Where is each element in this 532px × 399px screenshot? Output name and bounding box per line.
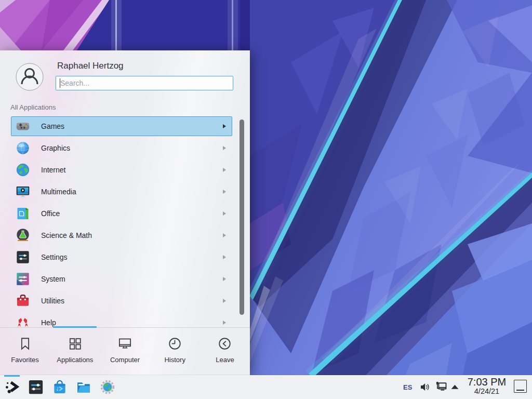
tab-leave[interactable]: Leave [200, 328, 250, 375]
app-launcher-button[interactable] [4, 379, 20, 395]
category-row-science-math[interactable]: Science & Math [11, 225, 232, 245]
category-label: Settings [41, 253, 68, 261]
category-row-graphics[interactable]: Graphics [11, 138, 232, 158]
application-launcher-popup: Raphael Hertzog All Applications [0, 50, 250, 375]
category-row-settings[interactable]: Settings [11, 247, 232, 267]
submenu-arrow-icon [223, 211, 226, 216]
kali-menu-icon [4, 379, 20, 395]
tab-label: Applications [57, 356, 93, 364]
tab-label: Favorites [11, 356, 38, 364]
digital-clock[interactable]: 7:03 PM 4/24/21 [463, 377, 511, 395]
gamepad-icon [16, 119, 30, 134]
tab-label: Computer [110, 356, 140, 364]
submenu-arrow-icon [223, 321, 226, 325]
tab-applications[interactable]: Applications [50, 328, 100, 375]
submenu-arrow-icon [223, 255, 226, 259]
category-label: Utilities [41, 297, 64, 305]
user-avatar[interactable] [16, 63, 44, 91]
text-caret [60, 78, 60, 88]
clock-time: 7:03 PM [463, 377, 511, 388]
tab-history[interactable]: History [150, 328, 200, 375]
taskbar: ES 7:03 PM 4/24/21 [0, 375, 532, 399]
category-label: Office [41, 209, 60, 218]
monitor-play-icon [16, 184, 30, 199]
wired-network-icon[interactable] [434, 380, 448, 394]
search-input[interactable] [56, 76, 233, 90]
tab-label: Leave [216, 356, 234, 364]
sphere-icon [16, 141, 30, 155]
category-row-games[interactable]: Games [11, 116, 232, 136]
category-row-system[interactable]: System [11, 269, 232, 289]
category-label: Internet [41, 166, 65, 174]
leave-icon [217, 336, 232, 351]
section-label: All Applications [10, 103, 56, 111]
discover-store-button[interactable] [52, 379, 68, 395]
active-task-indicator [4, 375, 20, 377]
category-label: Multimedia [41, 188, 76, 196]
volume-icon[interactable] [419, 381, 431, 393]
blue-folder-icon [76, 379, 91, 395]
category-label: Graphics [41, 144, 70, 152]
history-clock-icon [167, 336, 182, 351]
submenu-arrow-icon [223, 233, 226, 237]
bookmark-icon [18, 336, 33, 351]
user-silhouette-icon [16, 63, 44, 91]
submenu-arrow-icon [223, 299, 226, 303]
flask-icon [16, 228, 30, 243]
submenu-arrow-icon [223, 168, 226, 172]
file-manager-button[interactable] [76, 379, 91, 395]
submenu-arrow-icon [223, 146, 226, 150]
desktop: Raphael Hertzog All Applications [0, 0, 532, 399]
search-box[interactable] [56, 76, 233, 90]
sliders-dark-icon [16, 250, 30, 264]
category-row-office[interactable]: Office [11, 204, 232, 223]
web-browser-button[interactable] [100, 379, 115, 395]
submenu-arrow-icon [223, 124, 226, 128]
category-label: System [41, 275, 65, 283]
globe-icon [16, 163, 30, 177]
show-desktop-button[interactable] [514, 380, 527, 393]
category-row-utilities[interactable]: Utilities [11, 291, 232, 311]
grid-icon [68, 336, 83, 351]
document-icon [16, 206, 30, 221]
shopping-bag-icon [52, 379, 68, 395]
sliders-gradient-icon [16, 272, 30, 286]
category-list: Games Graphics [11, 116, 232, 327]
toolbox-icon [16, 294, 30, 308]
submenu-arrow-icon [223, 277, 226, 281]
category-row-help[interactable]: Help [11, 313, 232, 327]
user-name: Raphael Hertzog [57, 61, 124, 71]
computer-icon [117, 336, 132, 351]
clock-date: 4/24/21 [463, 388, 511, 395]
category-label: Help [41, 318, 56, 327]
category-row-multimedia[interactable]: Multimedia [11, 182, 232, 202]
category-label: Games [41, 122, 64, 130]
globe-gear-icon [100, 379, 115, 395]
category-row-internet[interactable]: Internet [11, 160, 232, 180]
scrollbar[interactable] [240, 119, 244, 315]
tab-label: History [164, 356, 185, 364]
system-settings-button[interactable] [28, 379, 44, 395]
keyboard-layout-indicator[interactable]: ES [403, 375, 412, 399]
category-label: Science & Math [41, 231, 92, 240]
expand-tray-caret-icon[interactable] [450, 383, 459, 390]
tab-favorites[interactable]: Favorites [0, 328, 50, 375]
tab-computer[interactable]: Computer [100, 328, 150, 375]
launcher-tab-bar: Favorites Applications [0, 327, 250, 375]
submenu-arrow-icon [223, 190, 226, 194]
help-ribbons-icon [16, 315, 30, 327]
settings-sliders-icon [28, 379, 44, 395]
